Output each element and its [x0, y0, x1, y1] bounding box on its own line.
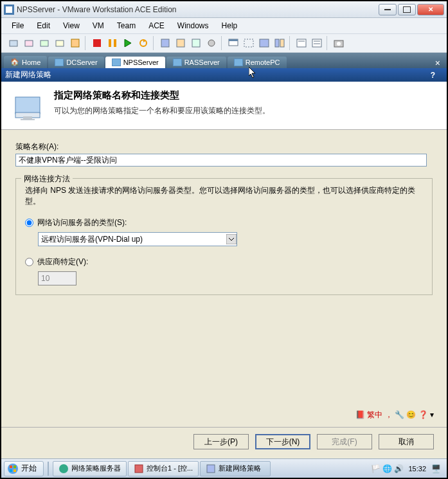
vm-tab-dcserver[interactable]: DCServer [48, 57, 103, 68]
vendor-id-spinner [38, 271, 76, 285]
connection-method-group: 网络连接方法 选择向 NPS 发送连接请求的网络访问服务器类型。您可以选择网络访… [15, 178, 433, 295]
window-title: NPSServer - VMware Workstation ACE Editi… [17, 5, 379, 14]
svg-rect-17 [244, 39, 253, 47]
quick-switch-icon[interactable] [242, 36, 256, 50]
tray-desktop-icon[interactable]: 🖥️ [431, 464, 440, 473]
vm-tab-rasserver[interactable]: RASServer [166, 57, 226, 68]
svg-rect-30 [23, 116, 32, 119]
vm-tab-home[interactable]: 🏠 Home [4, 56, 47, 68]
ime-help-icon[interactable]: ❓ [418, 410, 428, 419]
task-console[interactable]: 控制台1 - [控... [128, 461, 199, 476]
menu-file[interactable]: File [5, 19, 30, 32]
vm-tab-remotepc[interactable]: RemotePC [228, 57, 287, 68]
window-titlebar: NPSServer - VMware Workstation ACE Editi… [1, 1, 447, 18]
menu-vm[interactable]: VM [86, 19, 111, 32]
radio-server-type[interactable] [25, 219, 33, 227]
chevron-down-icon[interactable]: ▾ [430, 410, 434, 419]
clock[interactable]: 15:32 [406, 465, 429, 473]
open-team-icon[interactable] [53, 36, 67, 50]
svg-rect-13 [192, 39, 200, 47]
pause-icon[interactable] [105, 36, 120, 50]
svg-rect-2 [10, 41, 17, 46]
svg-rect-19 [275, 39, 279, 47]
monitor-icon [112, 59, 121, 66]
radio-vendor-specific[interactable] [25, 258, 33, 266]
task-wizard[interactable]: 新建网络策略 [200, 461, 271, 476]
guest-display: 新建网络策略 ? 指定网络策略名称和连接类型 可以为您的网络策略指定一个名称和要… [1, 68, 447, 478]
svg-point-37 [59, 464, 68, 473]
vm-tab-npsserver[interactable]: NPSServer [105, 57, 165, 68]
svg-rect-34 [13, 465, 16, 468]
ime-icon[interactable]: 📕 [355, 410, 365, 419]
snapshot-icon[interactable] [158, 36, 172, 50]
vm-tab-label: Home [22, 59, 40, 66]
finish-button: 完成(F) [317, 434, 372, 449]
play-icon[interactable] [121, 36, 135, 50]
close-tab-button[interactable]: × [431, 58, 444, 68]
fullscreen-icon[interactable] [257, 36, 271, 50]
wizard-description: 可以为您的网络策略指定一个名称和要应用该策略的连接类型。 [54, 105, 270, 116]
svg-rect-3 [25, 41, 33, 46]
svg-rect-23 [312, 39, 321, 47]
open-vm-icon[interactable] [22, 36, 36, 50]
svg-point-32 [8, 464, 18, 474]
svg-rect-1 [6, 6, 12, 13]
policy-name-input[interactable] [15, 154, 427, 167]
vm-tab-label: DCServer [66, 59, 97, 66]
menu-view[interactable]: View [57, 19, 86, 32]
new-vm-icon[interactable] [6, 36, 21, 50]
stop-icon[interactable] [90, 36, 104, 50]
close-button[interactable] [417, 4, 444, 15]
manage-snapshot-icon[interactable] [189, 36, 203, 50]
revert-icon[interactable] [174, 36, 188, 50]
unity-icon[interactable] [273, 36, 287, 50]
help-icon[interactable]: ? [431, 71, 435, 80]
home-icon: 🏠 [10, 58, 19, 66]
vmware-toolbar [1, 33, 447, 53]
svg-rect-7 [93, 39, 101, 47]
server-type-select[interactable]: 远程访问服务器(VPN-Dial up) [38, 232, 237, 246]
task-label: 控制台1 - [控... [147, 464, 193, 473]
cancel-button[interactable]: 取消 [379, 434, 434, 449]
svg-rect-33 [10, 465, 12, 468]
tray-network-icon[interactable]: 🌐 [382, 464, 391, 473]
capture-icon[interactable] [332, 36, 346, 50]
tray-flag-icon[interactable]: 🏳️ [371, 464, 380, 473]
start-button[interactable]: 开始 [4, 461, 44, 476]
svg-rect-4 [40, 41, 48, 46]
tray-sound-icon[interactable]: 🔊 [394, 464, 403, 473]
ace-icon[interactable] [68, 36, 82, 50]
ime-smile-icon[interactable]: 😊 [406, 410, 416, 419]
mmc-icon [134, 464, 144, 474]
maximize-button[interactable] [398, 4, 416, 15]
menu-help[interactable]: Help [215, 19, 244, 32]
ime-tool-icon[interactable]: 🔧 [395, 410, 404, 419]
svg-rect-39 [207, 465, 215, 473]
wizard-icon [206, 464, 216, 474]
minimize-button[interactable] [379, 4, 397, 15]
appliance-icon[interactable] [310, 36, 324, 50]
vm-tab-label: RemotePC [246, 59, 280, 66]
settings-icon[interactable] [204, 36, 219, 50]
svg-point-27 [337, 42, 341, 46]
show-console-icon[interactable] [226, 36, 240, 50]
ime-text[interactable]: 繁中 ， [367, 410, 392, 419]
reset-icon[interactable] [136, 36, 150, 50]
next-button[interactable]: 下一步(N) [255, 434, 310, 449]
monitor-icon [173, 59, 182, 66]
menu-team[interactable]: Team [111, 19, 142, 32]
radio-vendor-specific-label: 供应商特定(V): [37, 257, 88, 267]
new-team-icon[interactable] [37, 36, 51, 50]
svg-rect-28 [15, 97, 40, 114]
menu-edit[interactable]: Edit [30, 19, 57, 32]
svg-rect-8 [109, 39, 111, 47]
menu-ace[interactable]: ACE [142, 19, 171, 32]
monitor-icon [234, 59, 243, 66]
svg-rect-31 [21, 119, 35, 120]
prev-button[interactable]: 上一步(P) [193, 434, 249, 449]
svg-rect-35 [10, 469, 12, 472]
start-label: 开始 [21, 463, 37, 474]
summary-icon[interactable] [294, 36, 309, 50]
task-nps[interactable]: 网络策略服务器 [53, 461, 127, 476]
menu-windows[interactable]: Windows [171, 19, 215, 32]
